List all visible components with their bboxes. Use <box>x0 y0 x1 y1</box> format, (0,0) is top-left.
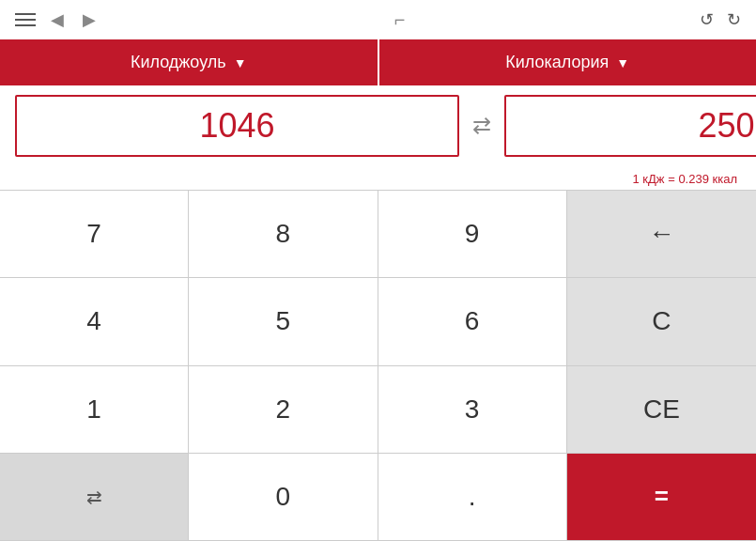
top-bar: ◀ ▶ ⌐ ↺ ↻ <box>0 0 756 39</box>
to-value-input[interactable] <box>504 95 756 157</box>
to-unit-label: Килокалория <box>505 53 609 72</box>
formula-text: 1 кДж = 0.239 ккал <box>633 172 737 186</box>
key-6[interactable]: 6 <box>378 278 567 365</box>
from-value-input[interactable] <box>15 95 459 157</box>
top-bar-left: ◀ ▶ <box>15 8 100 32</box>
from-unit-dropdown-arrow: ▼ <box>234 55 247 70</box>
to-unit-selector[interactable]: Килокалория ▼ <box>379 39 757 85</box>
key-7[interactable]: 7 <box>0 191 189 278</box>
key-swap-units[interactable]: ⇄ <box>0 454 189 541</box>
from-unit-selector[interactable]: Килоджоуль ▼ <box>0 39 378 85</box>
key-8[interactable]: 8 <box>189 191 378 278</box>
hamburger-menu-icon[interactable] <box>15 13 36 26</box>
forward-button[interactable]: ▶ <box>79 8 100 32</box>
refresh-button[interactable]: ↻ <box>727 9 741 30</box>
key-2[interactable]: 2 <box>189 366 378 454</box>
to-unit-dropdown-arrow: ▼ <box>616 55 629 70</box>
key-1[interactable]: 1 <box>0 366 189 454</box>
input-row: ⇄ <box>0 85 756 166</box>
key-clear-entry[interactable]: CE <box>567 366 756 454</box>
key-3[interactable]: 3 <box>378 366 567 454</box>
undo-button[interactable]: ↺ <box>700 9 714 30</box>
back-button[interactable]: ◀ <box>47 8 68 32</box>
key-decimal[interactable]: . <box>378 454 567 541</box>
swap-icon: ⇄ <box>472 113 491 138</box>
formula-row: 1 кДж = 0.239 ккал <box>0 166 756 190</box>
from-unit-label: Килоджоуль <box>131 53 226 72</box>
top-bar-right: ↺ ↻ <box>700 9 741 30</box>
key-5[interactable]: 5 <box>189 278 378 365</box>
settings-icon: ⌐ <box>394 9 406 31</box>
key-equals[interactable]: = <box>567 454 756 541</box>
key-clear[interactable]: C <box>567 278 756 365</box>
swap-button[interactable]: ⇄ <box>469 109 495 143</box>
key-4[interactable]: 4 <box>0 278 189 365</box>
keypad: 7 8 9 ← 4 5 6 C 1 2 3 CE ⇄ 0 . = <box>0 190 756 541</box>
key-9[interactable]: 9 <box>378 191 567 278</box>
key-backspace[interactable]: ← <box>567 191 756 278</box>
key-0[interactable]: 0 <box>189 454 378 541</box>
unit-selectors: Килоджоуль ▼ Килокалория ▼ <box>0 39 756 85</box>
